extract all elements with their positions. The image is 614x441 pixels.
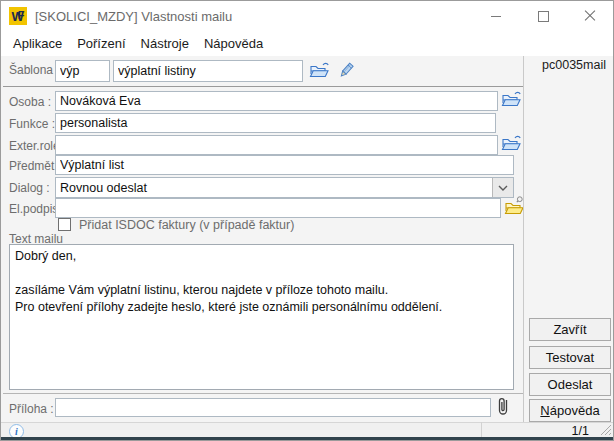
sablona-folder-open-icon[interactable] [309, 61, 331, 79]
minimize-icon [491, 16, 501, 17]
bottom-separator [3, 393, 524, 394]
app-logo-icon: WF [9, 7, 27, 25]
napoveda-button[interactable]: Nápověda [529, 399, 611, 422]
menu-napoveda[interactable]: Nápověda [204, 36, 263, 51]
minimize-button[interactable] [473, 1, 519, 31]
menu-nastroje[interactable]: Nástroje [141, 36, 189, 51]
zavrit-button[interactable]: Zavřít [529, 318, 611, 341]
el-podpis-input[interactable] [55, 198, 501, 218]
close-icon [584, 10, 596, 22]
dialog-window: WF [SKOLICI_MZDY] Vlastnosti mailu Aplik… [0, 0, 614, 441]
panel-divider [523, 56, 524, 422]
sablona-name-input[interactable] [113, 60, 303, 82]
close-button[interactable] [567, 1, 613, 31]
osoba-input[interactable] [55, 91, 498, 111]
maximize-icon [538, 11, 549, 22]
priloha-label: Příloha : [9, 402, 54, 416]
napoveda-button-label-rest: ápověda [550, 403, 600, 418]
napoveda-button-label-first: N [540, 403, 549, 418]
menu-bar: Aplikace Pořízení Nástroje Nápověda [1, 31, 613, 56]
predmet-input[interactable] [55, 155, 514, 175]
exter-role-folder-open-icon[interactable] [501, 134, 523, 152]
funkce-input[interactable] [55, 113, 496, 133]
sablona-code-input[interactable] [55, 60, 110, 82]
text-mailu-textarea[interactable]: Dobrý den, zasíláme Vám výplatní listinu… [9, 244, 514, 390]
menu-aplikace[interactable]: Aplikace [13, 36, 62, 51]
status-bar [1, 422, 613, 438]
testovat-button[interactable]: Testovat [529, 346, 611, 369]
paperclip-icon[interactable] [496, 395, 512, 419]
osoba-label: Osoba : [9, 95, 51, 109]
isdoc-checkbox-label: Přidat ISDOC faktury (v případě faktur) [79, 218, 294, 232]
isdoc-checkbox[interactable] [58, 218, 71, 231]
title-bar: WF [SKOLICI_MZDY] Vlastnosti mailu [1, 1, 613, 31]
section-separator [3, 86, 524, 87]
status-divider [481, 422, 482, 437]
window-bottom-edge [1, 437, 613, 440]
dialog-select[interactable]: Rovnou odeslat [55, 177, 514, 198]
exter-role-label: Exter.role [9, 139, 60, 153]
resize-grip-icon[interactable] [599, 423, 611, 435]
sablona-edit-pencil-icon[interactable] [336, 61, 358, 79]
exter-role-input[interactable] [55, 135, 498, 155]
page-counter: 1/1 [572, 424, 589, 438]
priloha-input[interactable] [55, 398, 491, 417]
host-label: pc0035mail [542, 58, 606, 72]
menu-porizeni[interactable]: Pořízení [77, 36, 125, 51]
dialog-label: Dialog : [9, 181, 50, 195]
sablona-label: Šablona : [9, 63, 60, 77]
osoba-folder-open-icon[interactable] [501, 90, 523, 108]
funkce-label: Funkce : [9, 117, 55, 131]
dialog-selected-value: Rovnou odeslat [56, 181, 492, 195]
maximize-button[interactable] [520, 1, 566, 31]
window-title: [SKOLICI_MZDY] Vlastnosti mailu [35, 9, 232, 24]
odeslat-button[interactable]: Odeslat [529, 373, 611, 396]
predmet-label: Předmět : [9, 159, 61, 173]
